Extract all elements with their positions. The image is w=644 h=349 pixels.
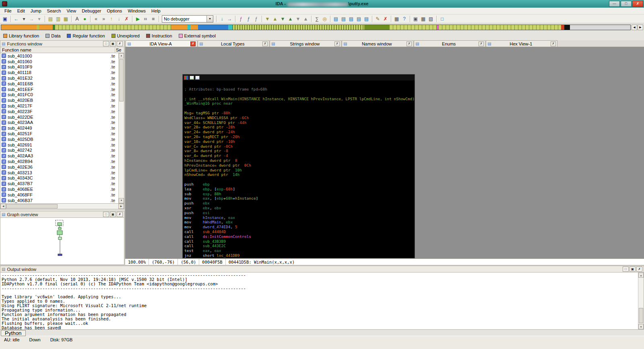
- function-row[interactable]: fsub_401118.te: [0, 70, 118, 75]
- navband-left-arrow[interactable]: ◀: [632, 25, 637, 30]
- open-strings-window-icon[interactable]: ▤: [355, 15, 363, 23]
- pause-debugger-icon[interactable]: ▮▮: [142, 15, 149, 23]
- asm-line[interactable]: nShowCmd= dword ptr 14h: [184, 172, 415, 177]
- debugger-selector[interactable]: No debugger▾: [162, 15, 213, 23]
- scroll-track[interactable]: [119, 58, 124, 198]
- function-row[interactable]: fsub_4010F9.te: [0, 64, 118, 70]
- text-search-icon[interactable]: A: [73, 15, 81, 23]
- menu-options[interactable]: Options: [104, 8, 125, 14]
- functions-column-header[interactable]: Function name Se: [0, 47, 124, 53]
- asm-line[interactable]: [184, 177, 415, 182]
- function-row[interactable]: fsub_401EEF.te: [0, 87, 118, 92]
- jump-prev-position-icon[interactable]: «: [92, 15, 100, 23]
- jump-segment-icon[interactable]: ▦: [62, 15, 70, 23]
- app-icon[interactable]: [2, 1, 7, 6]
- asm-line[interactable]: push ebx: [184, 201, 415, 206]
- function-row[interactable]: fsub_401E6B.te: [0, 81, 118, 87]
- menu-jump[interactable]: Jump: [28, 8, 44, 14]
- asm-line[interactable]: var_C= dword ptr -0Ch: [184, 144, 415, 149]
- asm-line[interactable]: call sub_44404D: [184, 229, 415, 234]
- back-history-dropdown-icon[interactable]: ▾: [20, 15, 28, 23]
- navband-segment[interactable]: [198, 25, 228, 30]
- graph-overview-titlebar[interactable]: ▤ Graph overview □▣✗: [0, 211, 124, 218]
- navband-right-arrow[interactable]: ▶: [638, 25, 643, 30]
- navigation-band[interactable]: [1, 25, 631, 30]
- scroll-thumb[interactable]: [639, 308, 643, 323]
- tab-close-icon[interactable]: ✗: [551, 41, 556, 46]
- asm-line[interactable]: var_28= dword ptr -28h: [184, 125, 415, 130]
- tile-windows-icon[interactable]: ▦: [419, 15, 427, 23]
- open-structures-icon[interactable]: ▤: [363, 15, 370, 23]
- maximize-panel-button[interactable]: ▣: [110, 41, 116, 46]
- open-names-window-icon[interactable]: ▤: [340, 15, 347, 23]
- menu-edit[interactable]: Edit: [14, 8, 28, 14]
- jump-next-position-icon[interactable]: »: [100, 15, 107, 23]
- navband-segment[interactable]: [561, 25, 564, 30]
- functions-horizontal-scrollbar[interactable]: ◀ ▶: [0, 204, 124, 209]
- text-view-icon[interactable]: [195, 76, 200, 80]
- scroll-track[interactable]: [6, 204, 118, 209]
- scroll-thumb[interactable]: [119, 59, 124, 101]
- graph-view-icon[interactable]: [190, 76, 194, 80]
- asm-line[interactable]: ; int __stdcall WinMain(HINSTANCE hInsta…: [184, 97, 415, 101]
- jump-name-icon[interactable]: ▥: [54, 15, 62, 23]
- asm-line[interactable]: call sub_43B3B9: [184, 239, 415, 244]
- functions-panel-titlebar[interactable]: ▤ Functions window □▣✗: [0, 40, 124, 47]
- forward-history-dropdown-icon[interactable]: ▾: [35, 15, 43, 23]
- asm-line[interactable]: var_20= tagRECT ptr -20h: [184, 134, 415, 139]
- navband-segment[interactable]: [171, 25, 188, 30]
- tab-close-icon[interactable]: ✗: [407, 41, 412, 46]
- asm-line[interactable]: mov hInstance, eax: [184, 215, 415, 220]
- asm-line[interactable]: mov eax, [ebp+68h+hInstance]: [184, 196, 415, 201]
- save-icon[interactable]: ▣: [1, 15, 9, 23]
- navband-segment[interactable]: [364, 25, 390, 30]
- clock-icon[interactable]: ◎: [321, 15, 328, 23]
- scroll-down-arrow[interactable]: ▼: [638, 324, 644, 329]
- window-colors-icon[interactable]: [184, 76, 188, 80]
- disassembly-listing[interactable]: ; Attributes: bp-based frame fpd=68h ; i…: [183, 81, 415, 258]
- menu-debugger[interactable]: Debugger: [79, 8, 104, 14]
- asm-line[interactable]: mov hWndMain, ebx: [184, 220, 415, 225]
- function-row[interactable]: fsub_402449.te: [0, 125, 118, 131]
- tab-close-icon[interactable]: ✗: [262, 41, 268, 46]
- navband-segment[interactable]: [188, 25, 191, 30]
- maximize-panel-button[interactable]: ▣: [110, 212, 116, 217]
- next-code-icon[interactable]: ▼: [279, 15, 287, 23]
- navband-segment[interactable]: [570, 25, 630, 30]
- function-row[interactable]: fsub_401FC0.te: [0, 92, 118, 98]
- menu-help[interactable]: Help: [149, 8, 163, 14]
- tab-strings-window[interactable]: ▤Strings window✗: [270, 40, 341, 47]
- function-row[interactable]: fsub_40217F.te: [0, 103, 118, 109]
- binary-search-icon[interactable]: ●: [81, 15, 89, 23]
- tab-close-icon[interactable]: ✗: [479, 41, 484, 46]
- navband-segment[interactable]: [39, 25, 53, 30]
- asm-line[interactable]: sub esp, 88h: [184, 192, 415, 196]
- tab-close-icon[interactable]: ✗: [334, 41, 340, 46]
- scroll-thumb[interactable]: [6, 204, 58, 209]
- output-console[interactable]: ----------------------------------------…: [0, 273, 644, 330]
- prev-location-icon[interactable]: ↑: [107, 15, 115, 23]
- open-hexview-icon[interactable]: ▤: [332, 15, 340, 23]
- asm-line[interactable]: push esi: [184, 211, 415, 215]
- create-function-icon[interactable]: ƒ: [237, 15, 245, 23]
- prev-code-icon[interactable]: ▲: [287, 15, 294, 23]
- keyboard-icon[interactable]: ▦: [393, 15, 400, 23]
- asm-line[interactable]: [184, 92, 415, 97]
- edit-function-icon[interactable]: ƒ: [245, 15, 252, 23]
- forward-icon[interactable]: →: [28, 15, 35, 23]
- close-panel-button[interactable]: ✗: [636, 266, 642, 272]
- function-row[interactable]: fsub_40343C.te: [0, 176, 118, 181]
- asm-line[interactable]: var_24= dword ptr -24h: [184, 130, 415, 134]
- asm-line[interactable]: _WinMain@16 proc near: [184, 101, 415, 106]
- navband-segment[interactable]: [389, 25, 436, 30]
- asm-line[interactable]: var_8= dword ptr -8: [184, 149, 415, 153]
- cancel-operation-icon[interactable]: ✗: [123, 15, 130, 23]
- asm-line[interactable]: test eax, eax: [184, 248, 415, 253]
- jump-address-icon[interactable]: ▤: [47, 15, 54, 23]
- output-vertical-scrollbar[interactable]: ▲ ▼: [638, 273, 644, 329]
- function-row[interactable]: fsub_402B94.te: [0, 159, 118, 164]
- maximize-button[interactable]: □: [621, 1, 632, 7]
- menu-view[interactable]: View: [64, 8, 79, 14]
- tab-enums[interactable]: ▤Enums✗: [414, 40, 485, 47]
- scroll-right-arrow[interactable]: ▶: [118, 204, 124, 209]
